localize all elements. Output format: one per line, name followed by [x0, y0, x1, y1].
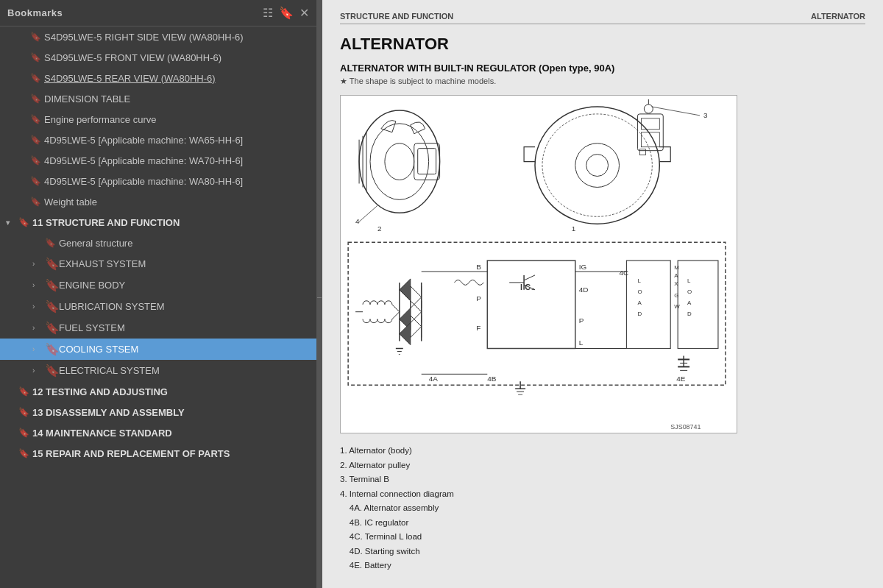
sidebar-item-sec12[interactable]: 🔖12 TESTING AND ADJUSTING [0, 381, 316, 402]
bookmark-icon-electrical: 🔖 [45, 364, 55, 378]
sidebar-item-4d95-wa70[interactable]: 🔖4D95LWE-5 [Applicable machine: WA70-HH-… [0, 150, 316, 171]
svg-text:4C: 4C [620, 269, 629, 277]
sidebar-item-4d95-wa65[interactable]: 🔖4D95LWE-5 [Applicable machine: WA65-HH-… [0, 130, 316, 150]
legend-item-1: 1. Alternator (body) [340, 444, 865, 458]
sidebar-item-s4d95-right[interactable]: 🔖S4D95LWE-5 RIGHT SIDE VIEW (WA80HH-6) [0, 26, 316, 47]
expand-arrow-exhaust[interactable]: › [32, 260, 41, 268]
sidebar-header: Bookmarks ☷ 🔖 ✕ [0, 0, 316, 26]
expand-arrow-sec11[interactable]: ▾ [6, 219, 15, 227]
expand-arrow-lube[interactable]: › [32, 302, 41, 311]
sidebar-item-fuel[interactable]: ›🔖FUEL SYSTEM [0, 317, 316, 339]
svg-text:A: A [687, 300, 692, 306]
bookmark-icon-weight: 🔖 [30, 196, 40, 207]
sidebar-label-4d95-wa65: 4D95LWE-5 [Applicable machine: WA65-HH-6… [44, 135, 243, 146]
svg-text:2: 2 [377, 224, 382, 233]
doc-note: ★ The shape is subject to machine models… [340, 77, 865, 86]
sidebar-label-4d95-wa80: 4D95LWE-5 [Applicable machine: WA80-HH-6… [44, 176, 243, 187]
bookmark-icon-dimension: 🔖 [30, 93, 40, 104]
sidebar-item-4d95-wa80[interactable]: 🔖4D95LWE-5 [Applicable machine: WA80-HH-… [0, 171, 316, 191]
bookmark-icon-s4d95-front: 🔖 [30, 52, 40, 63]
sidebar-item-weight[interactable]: 🔖Weight table [0, 191, 316, 212]
sidebar-item-sec14[interactable]: 🔖14 MAINTENANCE STANDARD [0, 422, 316, 443]
svg-text:F: F [476, 324, 480, 332]
svg-text:A: A [674, 272, 678, 279]
svg-text:L: L [687, 277, 691, 284]
sidebar-item-exhaust[interactable]: ›🔖EXHAUST SYSTEM [0, 253, 316, 274]
sidebar-label-exhaust: EXHAUST SYSTEM [59, 258, 146, 269]
expand-arrow-electrical[interactable]: › [32, 366, 41, 375]
bookmark-icon-cooling: 🔖 [45, 342, 55, 356]
sidebar-label-sec14: 14 MAINTENANCE STANDARD [32, 428, 172, 439]
svg-text:4A: 4A [429, 375, 439, 383]
sidebar-item-sec15[interactable]: 🔖15 REPAIR AND REPLACEMENT OF PARTS [0, 443, 316, 464]
close-icon[interactable]: ✕ [299, 6, 309, 20]
doc-diagram: 4 2 [340, 95, 737, 433]
legend-item-2: 2. Alternator pulley [340, 458, 865, 473]
bookmark-icon-engine-body: 🔖 [45, 278, 55, 292]
sidebar-item-engine-perf[interactable]: 🔖Engine performance curve [0, 109, 316, 130]
svg-text:L: L [579, 339, 584, 347]
sidebar-item-cooling[interactable]: ›🔖COOLING STSEM [0, 339, 316, 360]
bookmark-icon-4d95-wa65: 🔖 [30, 135, 40, 145]
expand-arrow-fuel[interactable]: › [32, 324, 41, 332]
legend-item-4c: 4C. Terminal L load [340, 530, 865, 545]
svg-text:D: D [637, 311, 642, 317]
expand-arrow-engine-body[interactable]: › [32, 281, 41, 289]
legend-item-4: 4. Internal connection diagram [340, 487, 865, 502]
svg-text:4D: 4D [579, 286, 589, 294]
bookmark-icon-sec14: 🔖 [18, 428, 29, 438]
sidebar-item-sec13[interactable]: 🔖13 DISASSEMLY AND ASSEMBLY [0, 402, 316, 422]
doc-subtitle: ALTERNATOR WITH BUILT-IN REGULATOR (Open… [340, 63, 865, 74]
legend-item-4b: 4B. IC regulator [340, 516, 865, 531]
svg-text:3: 3 [703, 111, 708, 119]
sidebar-label-engine-body: ENGINE BODY [59, 280, 125, 291]
svg-text:L: L [637, 277, 641, 284]
svg-text:M: M [674, 264, 679, 271]
svg-text:B: B [476, 263, 481, 271]
sidebar-item-engine-body[interactable]: ›🔖ENGINE BODY [0, 274, 316, 296]
sidebar: Bookmarks ☷ 🔖 ✕ 🔖S4D95LWE-5 RIGHT SIDE V… [0, 0, 316, 588]
bookmark-icon-sec13: 🔖 [18, 407, 29, 417]
svg-text:SJS08741: SJS08741 [670, 423, 701, 431]
bookmark-icon[interactable]: 🔖 [279, 6, 294, 20]
alternator-diagram-svg: 4 2 [341, 96, 737, 433]
doc-header: STRUCTURE AND FUNCTION ALTERNATOR [340, 12, 865, 24]
sidebar-label-dimension: DIMENSION TABLE [44, 93, 130, 105]
bookmark-icon-engine-perf: 🔖 [30, 114, 40, 124]
sidebar-label-sec15: 15 REPAIR AND REPLACEMENT OF PARTS [32, 448, 230, 459]
svg-text:X: X [674, 280, 678, 287]
sidebar-header-icons: ☷ 🔖 ✕ [263, 6, 309, 20]
svg-text:P: P [476, 294, 481, 302]
bookmark-icon-4d95-wa70: 🔖 [30, 155, 40, 166]
bookmark-icon-lube: 🔖 [45, 300, 55, 314]
bookmark-icon-exhaust: 🔖 [45, 257, 55, 271]
svg-text:O: O [637, 288, 642, 295]
legend-item-4d: 4D. Starting switch [340, 545, 865, 559]
svg-text:A: A [637, 300, 642, 306]
sidebar-label-sec11: 11 STRUCTURE AND FUNCTION [32, 217, 180, 228]
sidebar-item-electrical[interactable]: ›🔖ELECTRICAL SYSTEM [0, 360, 316, 381]
sidebar-item-sec11[interactable]: ▾🔖11 STRUCTURE AND FUNCTION [0, 212, 316, 233]
bookmark-icon-sec12: 🔖 [18, 386, 29, 397]
resize-handle[interactable]: ⎯ [316, 0, 322, 588]
bookmark-icon-4d95-wa80: 🔖 [30, 176, 40, 186]
expand-arrow-cooling[interactable]: › [32, 345, 41, 353]
sidebar-item-lube[interactable]: ›🔖LUBRICATION SYSTEM [0, 296, 316, 317]
bookmark-icon-sec15: 🔖 [18, 448, 29, 458]
bookmark-icon-sec11: 🔖 [18, 217, 29, 227]
sidebar-item-s4d95-front[interactable]: 🔖S4D95LWE-5 FRONT VIEW (WA80HH-6) [0, 47, 316, 68]
sidebar-label-lube: LUBRICATION SYSTEM [59, 301, 165, 312]
doc-section-left: STRUCTURE AND FUNCTION [340, 12, 453, 21]
sidebar-item-s4d95-rear[interactable]: 🔖S4D95LWE-5 REAR VIEW (WA80HH-6) [0, 68, 316, 88]
svg-text:D: D [687, 311, 692, 317]
sidebar-item-dimension[interactable]: 🔖DIMENSION TABLE [0, 88, 316, 109]
sidebar-item-gen-struct[interactable]: 🔖General structure [0, 233, 316, 253]
bookmark-icon-s4d95-right: 🔖 [30, 32, 40, 42]
sidebar-label-gen-struct: General structure [59, 238, 132, 249]
svg-text:P: P [579, 316, 584, 325]
expand-all-icon[interactable]: ☷ [263, 6, 273, 20]
sidebar-title: Bookmarks [7, 7, 63, 18]
legend-item-4e: 4E. Battery [340, 559, 865, 573]
sidebar-label-fuel: FUEL SYSTEM [59, 322, 125, 333]
sidebar-label-4d95-wa70: 4D95LWE-5 [Applicable machine: WA70-HH-6… [44, 155, 243, 166]
